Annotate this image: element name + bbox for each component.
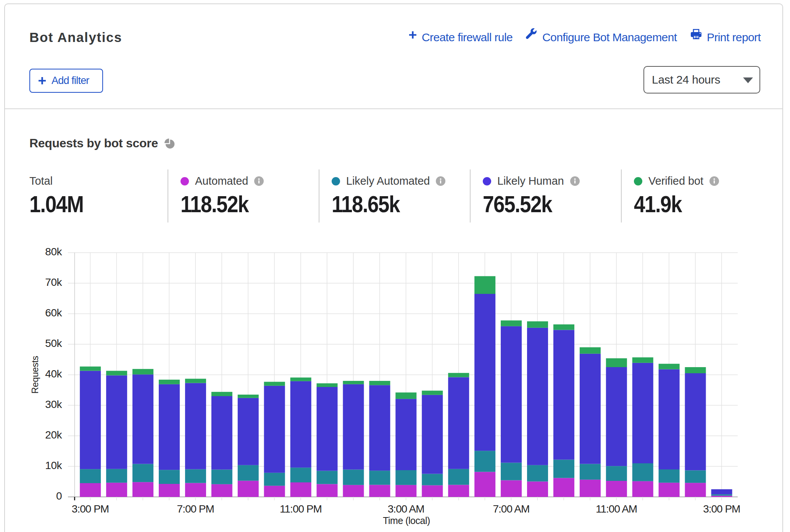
svg-text:10k: 10k [45,459,62,471]
svg-text:7:00 AM: 7:00 AM [493,503,530,515]
svg-text:0: 0 [56,490,62,502]
svg-text:11:00 PM: 11:00 PM [280,503,322,515]
svg-text:3:00 AM: 3:00 AM [388,503,424,515]
svg-text:20k: 20k [45,429,62,441]
svg-text:Time (local): Time (local) [383,515,430,526]
svg-text:7:00 PM: 7:00 PM [177,503,214,515]
svg-text:70k: 70k [45,276,62,288]
svg-text:50k: 50k [45,337,62,349]
svg-text:80k: 80k [45,246,62,258]
svg-text:60k: 60k [45,307,62,319]
svg-text:30k: 30k [45,398,62,410]
svg-text:40k: 40k [45,368,62,380]
svg-text:3:00 PM: 3:00 PM [72,503,109,515]
svg-text:11:00 AM: 11:00 AM [596,503,637,515]
svg-text:3:00 PM: 3:00 PM [703,503,740,515]
svg-text:Requests: Requests [30,356,40,393]
